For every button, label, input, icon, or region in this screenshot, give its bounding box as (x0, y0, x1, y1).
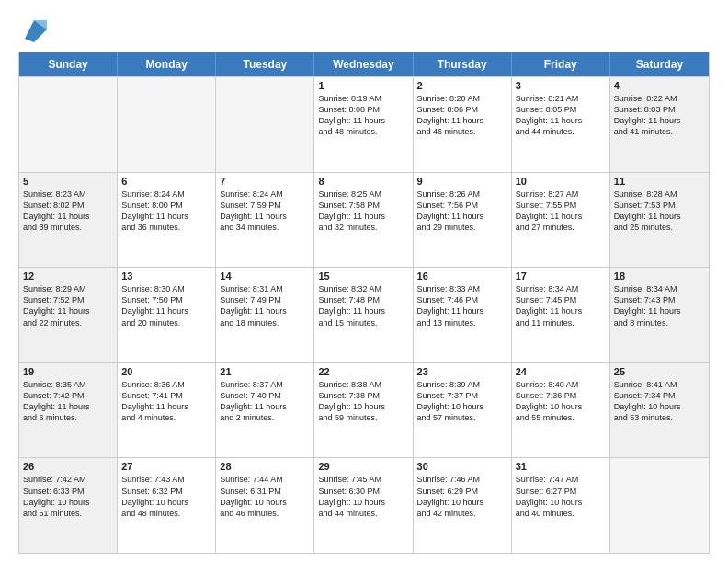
calendar-cell (610, 458, 709, 553)
cell-info: Sunrise: 8:41 AM Sunset: 7:34 PM Dayligh… (614, 379, 705, 424)
day-number: 28 (220, 461, 310, 472)
calendar-body: 1Sunrise: 8:19 AM Sunset: 8:08 PM Daylig… (19, 76, 709, 553)
day-number: 14 (220, 270, 310, 282)
calendar-cell: 30Sunrise: 7:46 AM Sunset: 6:29 PM Dayli… (414, 458, 512, 553)
calendar-row-3: 12Sunrise: 8:29 AM Sunset: 7:52 PM Dayli… (19, 267, 709, 362)
cell-info: Sunrise: 8:25 AM Sunset: 7:58 PM Dayligh… (318, 189, 408, 234)
calendar-cell: 28Sunrise: 7:44 AM Sunset: 6:31 PM Dayli… (216, 458, 314, 553)
cell-info: Sunrise: 8:22 AM Sunset: 8:03 PM Dayligh… (614, 93, 705, 138)
cell-info: Sunrise: 7:46 AM Sunset: 6:29 PM Dayligh… (417, 474, 507, 519)
calendar-row-5: 26Sunrise: 7:42 AM Sunset: 6:33 PM Dayli… (19, 457, 709, 553)
cell-info: Sunrise: 7:44 AM Sunset: 6:31 PM Dayligh… (220, 474, 310, 519)
calendar-cell: 6Sunrise: 8:24 AM Sunset: 8:00 PM Daylig… (118, 173, 216, 268)
day-number: 6 (121, 176, 211, 187)
calendar-header: SundayMondayTuesdayWednesdayThursdayFrid… (19, 52, 709, 76)
day-number: 4 (614, 80, 705, 91)
calendar-cell: 9Sunrise: 8:26 AM Sunset: 7:56 PM Daylig… (414, 173, 512, 268)
calendar-cell: 16Sunrise: 8:33 AM Sunset: 7:46 PM Dayli… (414, 268, 512, 362)
cell-info: Sunrise: 8:32 AM Sunset: 7:48 PM Dayligh… (318, 283, 408, 328)
cell-info: Sunrise: 8:34 AM Sunset: 7:45 PM Dayligh… (516, 283, 606, 328)
day-number: 27 (121, 461, 211, 472)
header-day-friday: Friday (512, 52, 610, 76)
calendar-cell: 4Sunrise: 8:22 AM Sunset: 8:03 PM Daylig… (610, 77, 709, 172)
cell-info: Sunrise: 8:29 AM Sunset: 7:52 PM Dayligh… (23, 283, 113, 328)
day-number: 5 (23, 176, 113, 187)
calendar: SundayMondayTuesdayWednesdayThursdayFrid… (18, 52, 710, 554)
logo (18, 17, 47, 42)
header-day-thursday: Thursday (414, 52, 512, 76)
calendar-cell: 3Sunrise: 8:21 AM Sunset: 8:05 PM Daylig… (512, 77, 610, 172)
header-day-tuesday: Tuesday (216, 52, 314, 76)
cell-info: Sunrise: 8:24 AM Sunset: 8:00 PM Dayligh… (121, 189, 211, 234)
day-number: 18 (614, 270, 705, 282)
header-day-wednesday: Wednesday (314, 52, 413, 76)
calendar-cell: 29Sunrise: 7:45 AM Sunset: 6:30 PM Dayli… (314, 458, 413, 553)
calendar-row-2: 5Sunrise: 8:23 AM Sunset: 8:02 PM Daylig… (19, 172, 709, 268)
cell-info: Sunrise: 8:30 AM Sunset: 7:50 PM Dayligh… (121, 283, 211, 328)
cell-info: Sunrise: 8:20 AM Sunset: 8:06 PM Dayligh… (417, 93, 507, 138)
calendar-cell: 23Sunrise: 8:39 AM Sunset: 7:37 PM Dayli… (414, 363, 512, 458)
calendar-cell: 14Sunrise: 8:31 AM Sunset: 7:49 PM Dayli… (216, 268, 314, 362)
calendar-cell: 31Sunrise: 7:47 AM Sunset: 6:27 PM Dayli… (512, 458, 610, 553)
calendar-cell (19, 77, 118, 172)
day-number: 31 (516, 461, 606, 472)
day-number: 17 (516, 270, 606, 282)
cell-info: Sunrise: 7:42 AM Sunset: 6:33 PM Dayligh… (23, 474, 113, 519)
calendar-cell: 1Sunrise: 8:19 AM Sunset: 8:08 PM Daylig… (314, 77, 413, 172)
day-number: 19 (23, 366, 113, 377)
day-number: 8 (318, 176, 408, 187)
calendar-cell: 5Sunrise: 8:23 AM Sunset: 8:02 PM Daylig… (19, 173, 118, 268)
cell-info: Sunrise: 8:36 AM Sunset: 7:41 PM Dayligh… (121, 379, 211, 424)
calendar-cell: 2Sunrise: 8:20 AM Sunset: 8:06 PM Daylig… (414, 77, 512, 172)
cell-info: Sunrise: 8:19 AM Sunset: 8:08 PM Dayligh… (318, 93, 408, 138)
day-number: 12 (23, 270, 113, 282)
cell-info: Sunrise: 7:47 AM Sunset: 6:27 PM Dayligh… (516, 474, 606, 519)
calendar-cell (118, 77, 216, 172)
header (18, 17, 710, 42)
calendar-cell: 18Sunrise: 8:34 AM Sunset: 7:43 PM Dayli… (610, 268, 709, 362)
header-day-monday: Monday (118, 52, 216, 76)
day-number: 1 (318, 80, 408, 91)
day-number: 16 (417, 270, 507, 282)
day-number: 24 (516, 366, 606, 377)
cell-info: Sunrise: 8:21 AM Sunset: 8:05 PM Dayligh… (516, 93, 606, 138)
day-number: 15 (318, 270, 408, 282)
calendar-cell: 7Sunrise: 8:24 AM Sunset: 7:59 PM Daylig… (216, 173, 314, 268)
calendar-cell: 20Sunrise: 8:36 AM Sunset: 7:41 PM Dayli… (118, 363, 216, 458)
day-number: 9 (417, 176, 507, 187)
calendar-cell: 13Sunrise: 8:30 AM Sunset: 7:50 PM Dayli… (118, 268, 216, 362)
day-number: 22 (318, 366, 408, 377)
calendar-cell: 24Sunrise: 8:40 AM Sunset: 7:36 PM Dayli… (512, 363, 610, 458)
cell-info: Sunrise: 8:39 AM Sunset: 7:37 PM Dayligh… (417, 379, 507, 424)
calendar-cell: 27Sunrise: 7:43 AM Sunset: 6:32 PM Dayli… (118, 458, 216, 553)
cell-info: Sunrise: 8:24 AM Sunset: 7:59 PM Dayligh… (220, 189, 310, 234)
day-number: 25 (614, 366, 705, 377)
cell-info: Sunrise: 8:37 AM Sunset: 7:40 PM Dayligh… (220, 379, 310, 424)
day-number: 11 (614, 176, 705, 187)
cell-info: Sunrise: 8:27 AM Sunset: 7:55 PM Dayligh… (516, 189, 606, 234)
page: SundayMondayTuesdayWednesdayThursdayFrid… (0, 0, 728, 563)
cell-info: Sunrise: 7:43 AM Sunset: 6:32 PM Dayligh… (121, 474, 211, 519)
cell-info: Sunrise: 8:34 AM Sunset: 7:43 PM Dayligh… (614, 283, 705, 328)
cell-info: Sunrise: 8:28 AM Sunset: 7:53 PM Dayligh… (614, 189, 705, 234)
day-number: 26 (23, 461, 113, 472)
calendar-cell (216, 77, 314, 172)
day-number: 21 (220, 366, 310, 377)
calendar-cell: 17Sunrise: 8:34 AM Sunset: 7:45 PM Dayli… (512, 268, 610, 362)
day-number: 30 (417, 461, 507, 472)
logo-icon (21, 17, 47, 42)
calendar-cell: 26Sunrise: 7:42 AM Sunset: 6:33 PM Dayli… (19, 458, 118, 553)
cell-info: Sunrise: 8:35 AM Sunset: 7:42 PM Dayligh… (23, 379, 113, 424)
cell-info: Sunrise: 8:33 AM Sunset: 7:46 PM Dayligh… (417, 283, 507, 328)
calendar-cell: 12Sunrise: 8:29 AM Sunset: 7:52 PM Dayli… (19, 268, 118, 362)
day-number: 7 (220, 176, 310, 187)
calendar-row-4: 19Sunrise: 8:35 AM Sunset: 7:42 PM Dayli… (19, 362, 709, 458)
cell-info: Sunrise: 8:31 AM Sunset: 7:49 PM Dayligh… (220, 283, 310, 328)
cell-info: Sunrise: 8:38 AM Sunset: 7:38 PM Dayligh… (318, 379, 408, 424)
calendar-cell: 21Sunrise: 8:37 AM Sunset: 7:40 PM Dayli… (216, 363, 314, 458)
calendar-row-1: 1Sunrise: 8:19 AM Sunset: 8:08 PM Daylig… (19, 76, 709, 172)
cell-info: Sunrise: 8:23 AM Sunset: 8:02 PM Dayligh… (23, 189, 113, 234)
calendar-cell: 25Sunrise: 8:41 AM Sunset: 7:34 PM Dayli… (610, 363, 709, 458)
cell-info: Sunrise: 8:40 AM Sunset: 7:36 PM Dayligh… (516, 379, 606, 424)
header-day-saturday: Saturday (610, 52, 709, 76)
